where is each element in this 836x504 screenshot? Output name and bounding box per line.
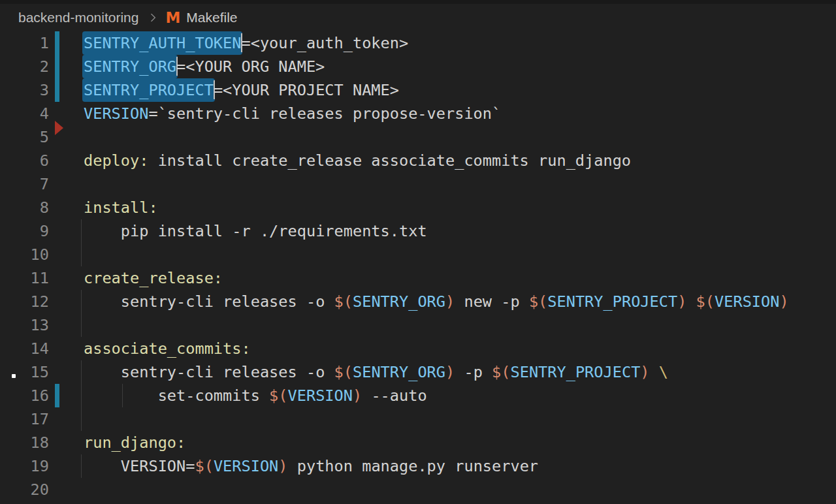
code-text: SENTRY_PROJECT=<YOUR PROJECT NAME> <box>84 78 399 102</box>
code-line[interactable]: 3SENTRY_PROJECT=<YOUR PROJECT NAME> <box>0 78 836 102</box>
code-token: VERSION= <box>84 457 195 475</box>
code-token: SENTRY_PROJECT <box>510 363 640 381</box>
line-number[interactable]: 15 <box>0 360 49 384</box>
code-line[interactable]: 5 <box>0 125 836 149</box>
code-token: $( <box>529 292 547 311</box>
code-text: run_django: <box>84 431 185 454</box>
makefile-icon: M <box>165 10 180 25</box>
code-token: ) <box>278 457 287 475</box>
code-text: VERSION=`sentry-cli releases propose-ver… <box>84 102 501 125</box>
line-number[interactable]: 2 <box>0 55 49 78</box>
line-number[interactable]: 16 <box>0 384 49 407</box>
code-line[interactable]: 2SENTRY_ORG=<YOUR ORG NAME> <box>0 55 836 78</box>
code-line[interactable]: 7 <box>0 172 836 196</box>
line-number[interactable]: 20 <box>0 478 49 501</box>
line-number[interactable]: 13 <box>0 313 49 337</box>
line-number[interactable]: 17 <box>0 407 49 431</box>
code-line[interactable]: 4VERSION=`sentry-cli releases propose-ve… <box>0 102 836 125</box>
code-token: pip install -r ./requirements.txt <box>84 222 427 240</box>
code-text: install: <box>84 196 158 219</box>
code-line[interactable]: 18run_django: <box>0 431 836 454</box>
line-number[interactable]: 10 <box>0 243 49 266</box>
code-token: --auto <box>362 386 426 405</box>
code-token: $( <box>269 386 287 405</box>
indent-guide-line <box>81 290 82 313</box>
code-token: ) <box>445 292 455 311</box>
code-line[interactable]: 11create_release: <box>0 266 836 290</box>
code-line[interactable]: 8install: <box>0 196 836 219</box>
selected-token: SENTRY_PROJECT <box>82 78 215 102</box>
code-text: associate_commits: <box>84 337 251 360</box>
code-token: =<YOUR ORG NAME> <box>176 57 325 76</box>
code-line[interactable]: 16 set-commits $(VERSION) --auto <box>0 384 836 407</box>
code-token: install create_release associate_commits… <box>148 151 631 170</box>
indent-guide-line <box>81 219 82 243</box>
code-token: ) <box>445 363 455 381</box>
code-line[interactable]: 14associate_commits: <box>0 337 836 360</box>
code-text: sentry-cli releases -o $(SENTRY_ORG) new… <box>84 290 789 313</box>
code-line[interactable]: 10 <box>0 243 836 266</box>
code-text: VERSION=$(VERSION) python manage.py runs… <box>84 454 538 478</box>
line-number[interactable]: 7 <box>0 172 49 196</box>
code-token: $( <box>334 292 353 311</box>
code-token: ) <box>353 386 362 405</box>
code-token <box>650 363 659 381</box>
code-token: ) <box>779 292 788 311</box>
code-line[interactable]: 19 VERSION=$(VERSION) python manage.py r… <box>0 454 836 478</box>
code-token: =<your_auth_token> <box>241 34 408 52</box>
code-line[interactable]: 6deploy: install create_release associat… <box>0 149 836 172</box>
code-token: -p <box>455 363 492 381</box>
git-modified-indicator[interactable] <box>55 31 59 55</box>
indent-guide-line <box>81 384 82 407</box>
code-text: deploy: install create_release associate… <box>84 149 631 172</box>
code-line[interactable]: 1SENTRY_AUTH_TOKEN=<your_auth_token> <box>0 31 836 55</box>
code-line[interactable]: 15 sentry-cli releases -o $(SENTRY_ORG) … <box>0 360 836 384</box>
code-token: create_release: <box>84 269 223 287</box>
code-token: VERSION <box>715 292 779 311</box>
code-line[interactable]: 13 <box>0 313 836 337</box>
code-line[interactable]: 9 pip install -r ./requirements.txt <box>0 219 836 243</box>
line-number[interactable]: 6 <box>0 149 49 172</box>
breadcrumb-file[interactable]: Makefile <box>186 10 237 25</box>
code-token: ) <box>677 292 686 311</box>
line-number[interactable]: 11 <box>0 266 49 290</box>
code-token: associate_commits: <box>84 339 251 358</box>
code-token: ) <box>640 363 649 381</box>
git-modified-indicator[interactable] <box>55 78 59 102</box>
line-number[interactable]: 12 <box>0 290 49 313</box>
code-token: $( <box>492 363 510 381</box>
code-token: \ <box>659 363 668 381</box>
code-line[interactable]: 17 <box>0 407 836 431</box>
line-number[interactable]: 5 <box>0 125 49 149</box>
code-text: SENTRY_ORG=<YOUR ORG NAME> <box>84 55 325 78</box>
git-modified-indicator[interactable] <box>55 55 59 78</box>
indent-guide-line <box>81 313 82 337</box>
code-editor[interactable]: 1SENTRY_AUTH_TOKEN=<your_auth_token>2SEN… <box>0 31 836 501</box>
line-number[interactable]: 4 <box>0 102 49 125</box>
code-token: set-commits <box>84 386 269 405</box>
code-text: set-commits $(VERSION) --auto <box>84 384 427 407</box>
indent-guide-line <box>81 243 82 266</box>
code-token: =`sentry-cli releases propose-version` <box>148 104 501 123</box>
line-number[interactable]: 14 <box>0 337 49 360</box>
code-token: install: <box>84 198 158 217</box>
code-token: python manage.py runserver <box>288 457 539 475</box>
line-number[interactable]: 1 <box>0 31 49 55</box>
code-token: SENTRY_ORG <box>353 292 445 311</box>
indent-guide-line <box>81 454 82 478</box>
code-line[interactable]: 12 sentry-cli releases -o $(SENTRY_ORG) … <box>0 290 836 313</box>
line-number[interactable]: 18 <box>0 431 49 454</box>
breadcrumb-folder[interactable]: backend-monitoring <box>18 10 138 25</box>
code-line[interactable]: 20 <box>0 478 836 501</box>
selected-token: SENTRY_AUTH_TOKEN <box>82 31 242 55</box>
git-modified-indicator[interactable] <box>55 384 59 407</box>
code-token: VERSION <box>288 386 353 405</box>
code-token: sentry-cli releases -o <box>84 363 334 381</box>
line-number[interactable]: 9 <box>0 219 49 243</box>
code-text: pip install -r ./requirements.txt <box>84 219 427 243</box>
line-number[interactable]: 8 <box>0 196 49 219</box>
line-number[interactable]: 19 <box>0 454 49 478</box>
code-token: $( <box>696 292 715 311</box>
code-token: deploy: <box>84 151 148 170</box>
line-number[interactable]: 3 <box>0 78 49 102</box>
